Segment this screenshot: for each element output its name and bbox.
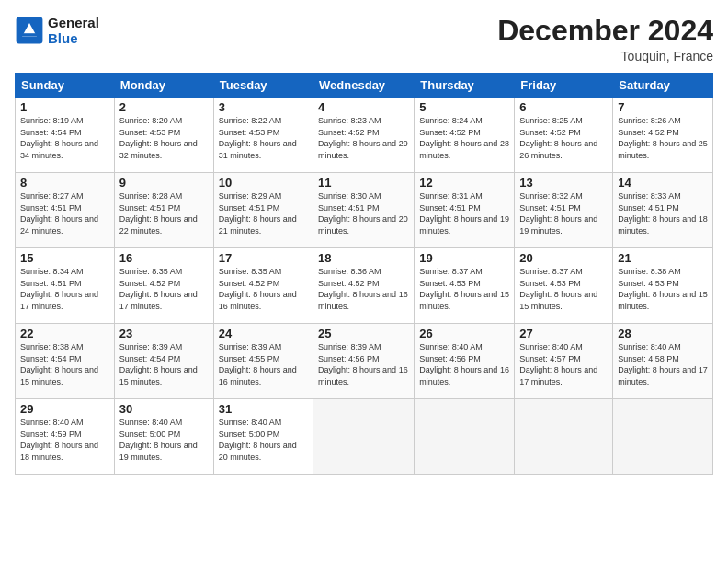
- table-row: 2 Sunrise: 8:20 AMSunset: 4:53 PMDayligh…: [114, 98, 213, 173]
- table-row: 29 Sunrise: 8:40 AMSunset: 4:59 PMDaylig…: [16, 399, 115, 475]
- day-number: 18: [318, 251, 409, 265]
- col-friday: Friday: [515, 74, 613, 98]
- col-thursday: Thursday: [415, 74, 515, 98]
- day-info: Sunrise: 8:40 AMSunset: 5:00 PMDaylight:…: [219, 418, 297, 462]
- day-info: Sunrise: 8:36 AMSunset: 4:52 PMDaylight:…: [318, 267, 408, 311]
- table-row: 4 Sunrise: 8:23 AMSunset: 4:52 PMDayligh…: [313, 98, 415, 173]
- table-row: 19 Sunrise: 8:37 AMSunset: 4:53 PMDaylig…: [415, 248, 515, 324]
- table-row: 9 Sunrise: 8:28 AMSunset: 4:51 PMDayligh…: [114, 173, 213, 248]
- calendar-week-row: 29 Sunrise: 8:40 AMSunset: 4:59 PMDaylig…: [16, 399, 713, 475]
- table-row: 17 Sunrise: 8:35 AMSunset: 4:52 PMDaylig…: [213, 248, 313, 324]
- day-info: Sunrise: 8:32 AMSunset: 4:51 PMDaylight:…: [519, 191, 597, 236]
- table-row: 20 Sunrise: 8:37 AMSunset: 4:53 PMDaylig…: [515, 248, 613, 324]
- day-number: 26: [419, 327, 509, 340]
- table-row: 16 Sunrise: 8:35 AMSunset: 4:52 PMDaylig…: [114, 248, 213, 324]
- day-info: Sunrise: 8:37 AMSunset: 4:53 PMDaylight:…: [419, 267, 509, 311]
- table-row: 27 Sunrise: 8:40 AMSunset: 4:57 PMDaylig…: [515, 324, 613, 399]
- day-number: 24: [219, 327, 308, 340]
- day-info: Sunrise: 8:40 AMSunset: 5:00 PMDaylight:…: [119, 418, 198, 462]
- day-number: 28: [618, 327, 708, 340]
- table-row: 8 Sunrise: 8:27 AMSunset: 4:51 PMDayligh…: [16, 173, 115, 248]
- day-number: 23: [119, 327, 209, 340]
- day-number: 3: [219, 100, 308, 114]
- day-info: Sunrise: 8:33 AMSunset: 4:51 PMDaylight:…: [618, 191, 708, 236]
- table-row: 6 Sunrise: 8:25 AMSunset: 4:52 PMDayligh…: [515, 98, 613, 173]
- day-number: 4: [318, 100, 409, 114]
- day-info: Sunrise: 8:28 AMSunset: 4:51 PMDaylight:…: [119, 191, 198, 236]
- day-info: Sunrise: 8:31 AMSunset: 4:51 PMDaylight:…: [419, 191, 509, 236]
- day-info: Sunrise: 8:22 AMSunset: 4:53 PMDaylight:…: [219, 116, 297, 160]
- day-info: Sunrise: 8:34 AMSunset: 4:51 PMDaylight:…: [20, 267, 98, 311]
- day-info: Sunrise: 8:39 AMSunset: 4:54 PMDaylight:…: [119, 342, 198, 386]
- page: General Blue December 2024 Touquin, Fran…: [0, 0, 728, 563]
- day-number: 8: [20, 176, 109, 190]
- calendar-week-row: 8 Sunrise: 8:27 AMSunset: 4:51 PMDayligh…: [16, 173, 713, 248]
- day-number: 7: [618, 100, 708, 114]
- day-number: 6: [519, 100, 608, 114]
- table-row: 21 Sunrise: 8:38 AMSunset: 4:53 PMDaylig…: [613, 248, 713, 324]
- day-info: Sunrise: 8:26 AMSunset: 4:52 PMDaylight:…: [618, 116, 708, 160]
- table-row: [515, 399, 613, 475]
- day-info: Sunrise: 8:40 AMSunset: 4:57 PMDaylight:…: [519, 342, 597, 386]
- day-info: Sunrise: 8:39 AMSunset: 4:56 PMDaylight:…: [318, 342, 408, 386]
- table-row: 7 Sunrise: 8:26 AMSunset: 4:52 PMDayligh…: [613, 98, 713, 173]
- table-row: 14 Sunrise: 8:33 AMSunset: 4:51 PMDaylig…: [613, 173, 713, 248]
- day-info: Sunrise: 8:38 AMSunset: 4:53 PMDaylight:…: [618, 267, 708, 311]
- day-number: 31: [219, 402, 308, 416]
- day-number: 2: [119, 100, 209, 114]
- title-section: December 2024 Touquin, France: [497, 15, 713, 63]
- col-sunday: Sunday: [16, 74, 115, 98]
- svg-rect-2: [22, 33, 37, 36]
- day-number: 27: [519, 327, 608, 340]
- day-info: Sunrise: 8:40 AMSunset: 4:59 PMDaylight:…: [20, 418, 98, 462]
- table-row: [613, 399, 713, 475]
- day-info: Sunrise: 8:19 AMSunset: 4:54 PMDaylight:…: [20, 116, 98, 160]
- day-number: 30: [119, 402, 209, 416]
- col-tuesday: Tuesday: [213, 74, 313, 98]
- day-info: Sunrise: 8:30 AMSunset: 4:51 PMDaylight:…: [318, 191, 408, 236]
- day-info: Sunrise: 8:35 AMSunset: 4:52 PMDaylight:…: [119, 267, 198, 311]
- day-number: 5: [419, 100, 509, 114]
- table-row: 18 Sunrise: 8:36 AMSunset: 4:52 PMDaylig…: [313, 248, 415, 324]
- logo-icon: [15, 16, 44, 45]
- table-row: 26 Sunrise: 8:40 AMSunset: 4:56 PMDaylig…: [415, 324, 515, 399]
- table-row: 3 Sunrise: 8:22 AMSunset: 4:53 PMDayligh…: [213, 98, 313, 173]
- table-row: 22 Sunrise: 8:38 AMSunset: 4:54 PMDaylig…: [16, 324, 115, 399]
- day-info: Sunrise: 8:24 AMSunset: 4:52 PMDaylight:…: [419, 116, 509, 160]
- day-info: Sunrise: 8:20 AMSunset: 4:53 PMDaylight:…: [119, 116, 198, 160]
- day-number: 11: [318, 176, 409, 190]
- day-number: 20: [519, 251, 608, 265]
- calendar-header-row: Sunday Monday Tuesday Wednesday Thursday…: [16, 74, 713, 98]
- day-number: 16: [119, 251, 209, 265]
- table-row: 30 Sunrise: 8:40 AMSunset: 5:00 PMDaylig…: [114, 399, 213, 475]
- table-row: 10 Sunrise: 8:29 AMSunset: 4:51 PMDaylig…: [213, 173, 313, 248]
- day-number: 17: [219, 251, 308, 265]
- day-number: 10: [219, 176, 308, 190]
- logo-text: General Blue: [48, 15, 99, 46]
- day-number: 21: [618, 251, 708, 265]
- month-title: December 2024: [497, 15, 713, 47]
- day-number: 12: [419, 176, 509, 190]
- table-row: 28 Sunrise: 8:40 AMSunset: 4:58 PMDaylig…: [613, 324, 713, 399]
- day-number: 19: [419, 251, 509, 265]
- calendar-week-row: 22 Sunrise: 8:38 AMSunset: 4:54 PMDaylig…: [16, 324, 713, 399]
- table-row: 31 Sunrise: 8:40 AMSunset: 5:00 PMDaylig…: [213, 399, 313, 475]
- location: Touquin, France: [497, 49, 713, 63]
- table-row: 23 Sunrise: 8:39 AMSunset: 4:54 PMDaylig…: [114, 324, 213, 399]
- day-number: 13: [519, 176, 608, 190]
- day-number: 9: [119, 176, 209, 190]
- day-info: Sunrise: 8:38 AMSunset: 4:54 PMDaylight:…: [20, 342, 98, 386]
- day-info: Sunrise: 8:39 AMSunset: 4:55 PMDaylight:…: [219, 342, 297, 386]
- day-info: Sunrise: 8:25 AMSunset: 4:52 PMDaylight:…: [519, 116, 597, 160]
- day-number: 25: [318, 327, 409, 340]
- col-saturday: Saturday: [613, 74, 713, 98]
- day-number: 1: [20, 100, 109, 114]
- day-number: 15: [20, 251, 109, 265]
- day-number: 29: [20, 402, 109, 416]
- header: General Blue December 2024 Touquin, Fran…: [15, 15, 713, 63]
- calendar-week-row: 1 Sunrise: 8:19 AMSunset: 4:54 PMDayligh…: [16, 98, 713, 173]
- table-row: 12 Sunrise: 8:31 AMSunset: 4:51 PMDaylig…: [415, 173, 515, 248]
- col-wednesday: Wednesday: [313, 74, 415, 98]
- table-row: 5 Sunrise: 8:24 AMSunset: 4:52 PMDayligh…: [415, 98, 515, 173]
- table-row: 24 Sunrise: 8:39 AMSunset: 4:55 PMDaylig…: [213, 324, 313, 399]
